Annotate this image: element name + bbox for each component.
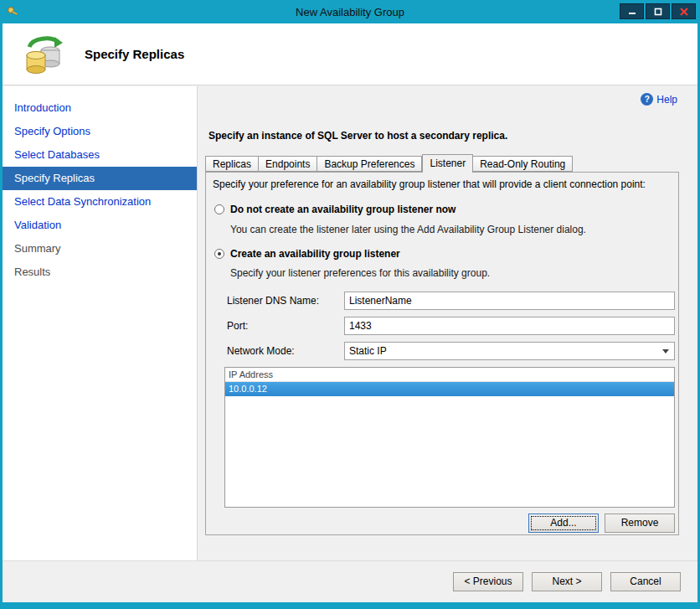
radio-create-listener-desc: Specify your listener preferences for th… — [230, 267, 490, 279]
wizard-footer: < Previous Next > Cancel — [3, 560, 697, 602]
help-label: Help — [656, 94, 677, 106]
minimize-button[interactable] — [620, 3, 644, 19]
network-mode-select[interactable]: Static IP — [344, 342, 675, 360]
sidebar-item-introduction[interactable]: Introduction — [3, 96, 197, 120]
help-icon: ? — [641, 93, 653, 106]
help-link[interactable]: ? Help — [641, 93, 677, 106]
page-title: Specify Replicas — [85, 47, 184, 61]
new-availability-group-window: New Availability Group — [0, 0, 700, 609]
sidebar-item-specify-options[interactable]: Specify Options — [3, 120, 197, 143]
ip-address-column-header: IP Address — [225, 368, 674, 382]
radio-no-listener-label: Do not create an availability group list… — [230, 204, 456, 215]
network-mode-label: Network Mode: — [227, 345, 295, 357]
radio-create-listener[interactable]: Create an availability group listener — [214, 248, 400, 260]
network-mode-value: Static IP — [349, 345, 387, 357]
instruction-text: Specify an instance of SQL Server to hos… — [208, 130, 507, 142]
ip-address-row[interactable]: 10.0.0.12 — [225, 382, 674, 396]
port-label: Port: — [227, 320, 248, 332]
remove-button[interactable]: Remove — [605, 514, 675, 533]
dns-name-label: Listener DNS Name: — [227, 295, 319, 307]
maximize-button[interactable] — [646, 3, 670, 19]
title-bar: New Availability Group — [0, 0, 700, 23]
radio-no-listener-circle[interactable] — [214, 204, 224, 214]
wizard-header: Specify Replicas — [3, 23, 697, 85]
close-button[interactable] — [672, 3, 696, 19]
tab-endpoints[interactable]: Endpoints — [259, 156, 317, 172]
tab-read-only-routing[interactable]: Read-Only Routing — [473, 156, 573, 172]
cancel-button[interactable]: Cancel — [610, 572, 681, 591]
main-pane: ? Help Specify an instance of SQL Server… — [198, 86, 697, 560]
add-button[interactable]: Add... — [528, 514, 599, 533]
tab-backup-preferences[interactable]: Backup Preferences — [317, 156, 422, 172]
sidebar-item-select-data-sync[interactable]: Select Data Synchronization — [3, 190, 197, 214]
dialog-body: Specify Replicas Introduction Specify Op… — [3, 23, 697, 602]
dns-name-input[interactable] — [344, 292, 675, 310]
tab-strip: Replicas Endpoints Backup Preferences Li… — [205, 154, 573, 172]
availability-group-icon — [23, 34, 64, 75]
next-button[interactable]: Next > — [532, 572, 602, 591]
tab-listener[interactable]: Listener — [422, 154, 473, 173]
preference-text: Specify your preference for an availabil… — [213, 178, 672, 190]
sidebar-item-specify-replicas[interactable]: Specify Replicas — [3, 167, 197, 190]
ip-address-grid: IP Address 10.0.0.12 — [224, 367, 675, 508]
content-area: Introduction Specify Options Select Data… — [3, 86, 697, 560]
port-input[interactable] — [344, 317, 675, 335]
previous-button[interactable]: < Previous — [453, 572, 523, 591]
radio-no-listener-desc: You can create the listener later using … — [230, 224, 586, 235]
listener-tab-panel: Specify your preference for an availabil… — [205, 172, 679, 535]
tab-replicas[interactable]: Replicas — [205, 156, 259, 172]
sidebar-item-select-databases[interactable]: Select Databases — [3, 143, 197, 167]
window-title: New Availability Group — [0, 6, 700, 18]
radio-create-listener-circle[interactable] — [214, 249, 224, 259]
sidebar-item-summary: Summary — [3, 237, 197, 261]
sidebar-item-results: Results — [3, 261, 197, 284]
wizard-steps-sidebar: Introduction Specify Options Select Data… — [3, 86, 198, 560]
radio-create-listener-label: Create an availability group listener — [230, 248, 400, 260]
sidebar-item-validation[interactable]: Validation — [3, 214, 197, 237]
chevron-down-icon — [662, 349, 669, 354]
radio-no-listener[interactable]: Do not create an availability group list… — [214, 204, 456, 215]
